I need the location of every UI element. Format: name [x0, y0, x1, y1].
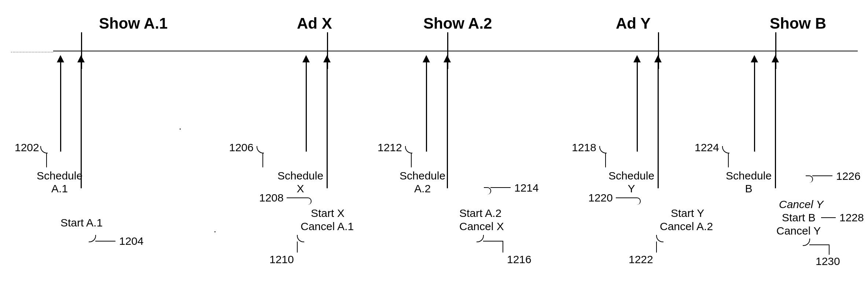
label-schedule-a2-l2: A.2: [414, 182, 431, 195]
ref-1204: 1204: [119, 235, 144, 247]
timeline-diagram: Show A.1 Ad X Show A.2 Ad Y Show B: [0, 0, 868, 294]
ref-1230: 1230: [816, 255, 840, 268]
segment-ad-y: Ad Y: [616, 15, 651, 32]
ref-1202: 1202: [15, 141, 39, 154]
label-cancel-a1-l1: Cancel A.1: [301, 220, 354, 232]
leader-1212: [411, 153, 412, 167]
label-schedule-b-l2: B: [745, 182, 753, 195]
label-start-b: Start B: [782, 211, 816, 224]
label-cancel-x-l1: Cancel X: [459, 220, 504, 232]
hook-1202: [40, 146, 48, 153]
leader-1206: [262, 153, 263, 167]
leader-1214: [490, 187, 511, 188]
label-start-a2-l1: Start A.2: [459, 207, 501, 219]
hook-1226: [806, 175, 813, 183]
label-start-a1-l1: Start A.1: [60, 217, 103, 229]
label-schedule-y: Schedule Y: [608, 170, 654, 195]
scan-dot-2: [214, 231, 216, 232]
ref-1206: 1206: [229, 141, 254, 154]
leader-1208: [287, 197, 305, 198]
label-schedule-b: Schedule B: [726, 170, 772, 195]
label-cancel-x: Cancel X: [459, 220, 504, 233]
label-cancel-y-italic: Cancel Y: [779, 198, 823, 211]
leader-1210: [297, 242, 298, 253]
hook-1206: [257, 146, 264, 153]
label-schedule-a1: Schedule A.1: [37, 170, 82, 195]
label-start-x-l1: Start X: [311, 207, 345, 219]
leader-1216v: [503, 242, 503, 253]
ref-1208: 1208: [259, 192, 284, 204]
label-cancel-y-italic-l1: Cancel Y: [779, 198, 823, 210]
label-cancel-a2-l1: Cancel A.2: [660, 220, 713, 232]
hook-1224: [722, 146, 729, 153]
hook-1220: [633, 197, 641, 205]
leader-1202: [46, 153, 47, 167]
leader-1230v: [829, 244, 830, 255]
leader-1230: [809, 244, 830, 245]
label-schedule-a2-l1: Schedule: [400, 170, 445, 182]
hook-1222: [656, 235, 663, 242]
hook-1230: [803, 239, 810, 246]
ref-1228: 1228: [839, 211, 864, 224]
ref-1226: 1226: [836, 170, 861, 182]
label-schedule-y-l2: Y: [628, 182, 635, 195]
leader-1204: [95, 241, 115, 242]
hook-1216: [477, 235, 484, 242]
hook-1210: [297, 235, 304, 242]
leader-1226: [812, 175, 832, 176]
leader-1222: [656, 242, 657, 253]
label-cancel-y: Cancel Y: [776, 225, 821, 237]
ref-1222: 1222: [629, 253, 653, 266]
segment-ad-x: Ad X: [297, 15, 332, 32]
label-schedule-y-l1: Schedule: [608, 170, 654, 182]
ref-1220: 1220: [588, 192, 613, 204]
scan-dot-1: [180, 128, 181, 130]
segment-show-a1: Show A.1: [99, 15, 168, 32]
hook-1208: [304, 197, 312, 205]
label-start-b-l1: Start B: [782, 211, 816, 224]
label-start-y-l1: Start Y: [671, 207, 704, 219]
timeline-dotted: [11, 52, 53, 52]
timeline-axis: [53, 51, 858, 51]
leader-1216: [483, 241, 503, 242]
hook-1214: [484, 187, 491, 195]
label-start-x: Start X: [311, 207, 345, 220]
ref-1216: 1216: [507, 253, 532, 266]
label-start-a1: Start A.1: [60, 217, 103, 229]
segment-show-b: Show B: [770, 15, 826, 32]
label-schedule-x-l1: Schedule: [277, 170, 323, 182]
label-schedule-a1-l1: Schedule: [37, 170, 82, 182]
label-cancel-y-l1: Cancel Y: [776, 225, 821, 237]
leader-1220: [616, 197, 634, 198]
label-start-a2: Start A.2: [459, 207, 501, 220]
leader-1228: [821, 217, 836, 218]
ref-1214: 1214: [514, 182, 539, 194]
hook-1212: [405, 146, 412, 153]
label-schedule-a2: Schedule A.2: [400, 170, 445, 195]
ref-1212: 1212: [378, 141, 402, 154]
hook-1218: [599, 146, 607, 153]
ref-1218: 1218: [572, 141, 596, 154]
hook-1204: [89, 235, 96, 242]
segment-show-a2: Show A.2: [423, 15, 492, 32]
label-start-y: Start Y: [671, 207, 704, 220]
label-schedule-a1-l2: A.1: [51, 182, 68, 195]
ref-1224: 1224: [695, 141, 719, 154]
ref-1210: 1210: [269, 253, 294, 266]
label-schedule-x-l2: X: [297, 182, 304, 195]
label-schedule-x: Schedule X: [277, 170, 323, 195]
label-cancel-a2: Cancel A.2: [660, 220, 713, 233]
leader-1224: [728, 153, 729, 167]
label-cancel-a1: Cancel A.1: [301, 220, 354, 233]
leader-1218: [605, 153, 606, 167]
label-schedule-b-l1: Schedule: [726, 170, 772, 182]
